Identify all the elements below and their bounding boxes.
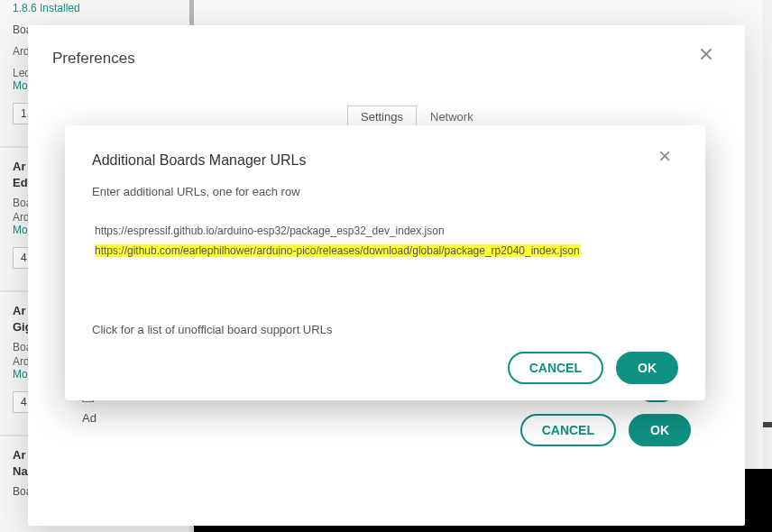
cancel-button[interactable]: CANCEL <box>520 414 616 446</box>
close-icon[interactable] <box>698 45 720 67</box>
close-icon[interactable] <box>657 147 678 169</box>
tab-network[interactable]: Network <box>418 105 486 127</box>
installed-badge: 1.8.6 Installed <box>13 2 185 14</box>
content-scrollbar[interactable] <box>763 0 772 469</box>
dialog-title: Preferences <box>28 25 745 75</box>
url-line: https://espressif.github.io/arduino-esp3… <box>95 221 676 241</box>
modal-subtitle: Enter additional URLs, one for each row <box>65 174 705 198</box>
url-line-highlighted: https://github.com/earlephilhower/arduin… <box>95 241 676 261</box>
additional-urls-modal: Additional Boards Manager URLs Enter add… <box>65 125 705 400</box>
modal-title: Additional Boards Manager URLs <box>65 125 705 174</box>
urls-textarea[interactable]: https://espressif.github.io/arduino-esp3… <box>92 216 678 316</box>
modal-buttons: CANCEL OK <box>508 352 678 384</box>
unofficial-support-link[interactable]: Click for a list of unofficial board sup… <box>65 316 705 336</box>
ok-button[interactable]: OK <box>616 352 678 384</box>
cancel-button[interactable]: CANCEL <box>508 352 603 384</box>
ok-button[interactable]: OK <box>629 414 691 446</box>
preferences-buttons: CANCEL OK <box>520 414 691 446</box>
tab-settings[interactable]: Settings <box>347 105 417 127</box>
